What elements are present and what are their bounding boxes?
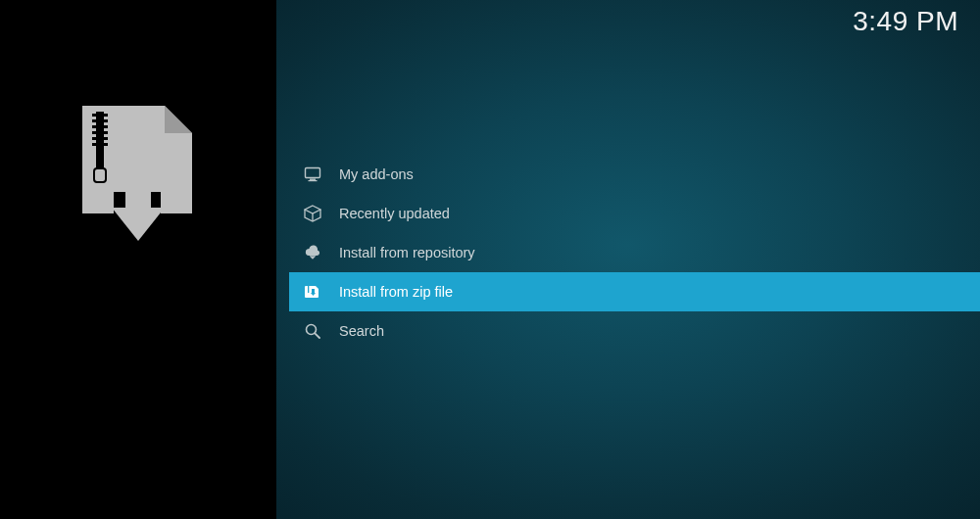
- svg-rect-4: [104, 119, 108, 122]
- addon-menu: My add-ons Recently updated Install from…: [289, 155, 980, 351]
- svg-rect-8: [104, 131, 108, 134]
- search-icon: [304, 322, 321, 340]
- menu-item-label: Search: [339, 323, 384, 339]
- menu-item-my-addons[interactable]: My add-ons: [289, 155, 980, 194]
- addon-installer-hero-icon: [82, 106, 192, 243]
- svg-rect-2: [104, 114, 108, 117]
- menu-item-label: Recently updated: [339, 206, 450, 221]
- cloud-download-icon: [304, 244, 321, 261]
- svg-rect-6: [104, 125, 108, 128]
- svg-rect-3: [92, 119, 96, 122]
- svg-rect-10: [104, 137, 108, 140]
- svg-rect-7: [92, 131, 96, 134]
- clock: 3:49 PM: [853, 6, 958, 37]
- svg-marker-15: [112, 208, 165, 241]
- svg-rect-13: [94, 168, 106, 182]
- left-panel: [0, 0, 276, 519]
- svg-rect-17: [310, 179, 316, 180]
- menu-item-label: Install from repository: [339, 245, 475, 260]
- svg-rect-9: [92, 137, 96, 140]
- menu-item-recently-updated[interactable]: Recently updated: [289, 194, 980, 233]
- svg-rect-1: [92, 114, 96, 117]
- svg-line-26: [315, 333, 319, 338]
- monitor-icon: [304, 165, 321, 183]
- svg-rect-11: [92, 143, 96, 146]
- svg-rect-0: [96, 112, 104, 172]
- svg-rect-14: [125, 165, 151, 208]
- svg-rect-5: [92, 125, 96, 128]
- svg-marker-19: [305, 206, 320, 213]
- svg-rect-22: [308, 286, 309, 293]
- zip-download-icon: [304, 283, 321, 301]
- svg-rect-16: [306, 168, 320, 178]
- menu-item-install-from-zip[interactable]: Install from zip file: [289, 272, 980, 311]
- menu-item-install-from-repository[interactable]: Install from repository: [289, 233, 980, 272]
- svg-rect-18: [309, 180, 318, 181]
- box-icon: [304, 205, 321, 222]
- menu-item-label: Install from zip file: [339, 284, 453, 300]
- menu-item-label: My add-ons: [339, 166, 414, 182]
- svg-rect-23: [312, 289, 315, 293]
- menu-item-search[interactable]: Search: [289, 311, 980, 351]
- svg-rect-12: [104, 143, 108, 146]
